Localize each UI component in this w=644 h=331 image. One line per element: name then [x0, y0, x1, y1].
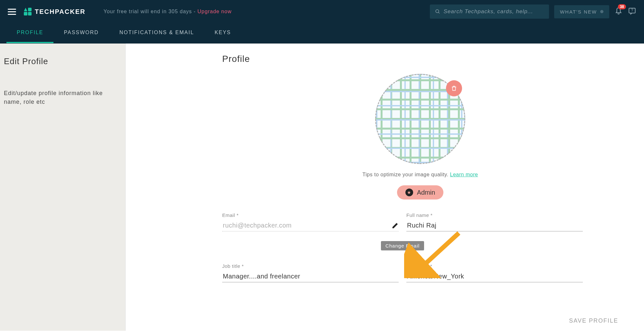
- save-profile-button[interactable]: SAVE PROFILE: [569, 317, 618, 324]
- star-icon: ★: [405, 189, 413, 196]
- upgrade-link[interactable]: Upgrade now: [197, 9, 232, 14]
- fullname-field-group: Full name *: [406, 212, 583, 231]
- role-badge[interactable]: ★ Admin: [397, 185, 444, 200]
- help-button[interactable]: ?: [628, 7, 636, 16]
- change-email-button[interactable]: Change Email: [381, 241, 424, 250]
- trash-icon: [451, 85, 457, 92]
- logo-mark-icon: [24, 7, 32, 16]
- tab-profile[interactable]: PROFILE: [6, 23, 53, 43]
- tab-password[interactable]: PASSWORD: [53, 23, 109, 43]
- whats-new-button[interactable]: WHAT'S NEW: [554, 5, 609, 18]
- delete-avatar-button[interactable]: [446, 80, 462, 96]
- fullname-label: Full name *: [406, 212, 583, 218]
- sidebar-description: Edit/update profile information like nam…: [4, 89, 121, 106]
- jobtitle-input[interactable]: [222, 271, 399, 282]
- brand-text: TECHPACKER: [35, 8, 85, 15]
- jobtitle-field-group: Job title *: [222, 263, 399, 282]
- help-icon: ?: [628, 7, 636, 15]
- app-header: TECHPACKER Your free trial will end in 3…: [0, 0, 644, 23]
- page-title: Profile: [222, 54, 618, 64]
- brand-logo[interactable]: TECHPACKER: [24, 7, 85, 16]
- sidebar-title: Edit Profile: [4, 56, 121, 66]
- timezone-input[interactable]: [406, 271, 583, 282]
- menu-icon[interactable]: [8, 9, 16, 15]
- email-label: Email *: [222, 212, 399, 218]
- main-content: Profile Tips to optimize your image qual…: [126, 44, 644, 331]
- tab-keys[interactable]: KEYS: [204, 23, 242, 43]
- jobtitle-label: Job title *: [222, 263, 399, 269]
- pencil-icon[interactable]: [392, 222, 399, 229]
- search-icon: [435, 9, 440, 15]
- email-input: [222, 220, 389, 231]
- tab-notifications[interactable]: NOTIFICATIONS & EMAIL: [109, 23, 204, 43]
- settings-tabs: PROFILE PASSWORD NOTIFICATIONS & EMAIL K…: [0, 23, 644, 44]
- fullname-input[interactable]: [406, 220, 583, 231]
- svg-line-1: [438, 12, 439, 13]
- search-input[interactable]: [444, 8, 544, 15]
- image-tips-text: Tips to optimize your image quality. Lea…: [363, 172, 478, 178]
- email-field-group: Email *: [222, 212, 399, 231]
- learn-more-link[interactable]: Learn more: [450, 172, 478, 177]
- sidebar: Edit Profile Edit/update profile informa…: [0, 44, 126, 331]
- timezone-label: Timezone *: [406, 263, 583, 269]
- timezone-field-group: Timezone *: [406, 263, 583, 282]
- trial-status: Your free trial will end in 305 days - U…: [103, 9, 232, 15]
- avatar-uploader[interactable]: [375, 74, 465, 164]
- search-box[interactable]: [430, 5, 549, 19]
- notifications-button[interactable]: 38: [614, 7, 623, 16]
- whats-new-indicator-icon: [600, 10, 603, 13]
- svg-text:?: ?: [631, 8, 633, 13]
- notification-badge: 38: [618, 4, 626, 9]
- svg-point-0: [436, 10, 439, 13]
